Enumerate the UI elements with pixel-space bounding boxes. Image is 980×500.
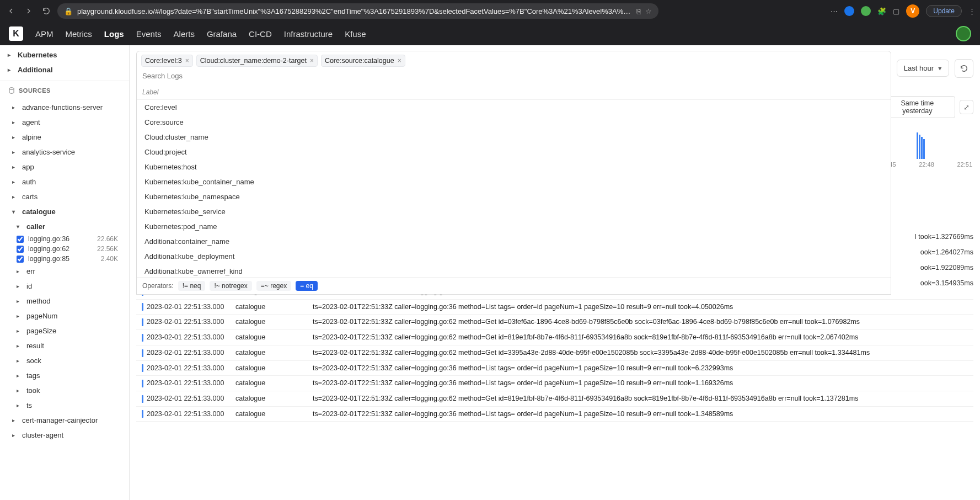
side-group-kubernetes[interactable]: ▸Kubernetes — [0, 47, 129, 62]
filter-chip[interactable]: Core:source:catalogue× — [321, 55, 405, 67]
facet-err[interactable]: ▸err — [0, 264, 129, 279]
table-row[interactable]: 2023-02-01 22:51:33.000cataloguets=2023-… — [136, 360, 973, 376]
operator-chip[interactable]: =~ regex — [256, 281, 291, 291]
table-row[interactable]: 2023-02-01 22:51:33.000cataloguets=2023-… — [136, 406, 973, 422]
label-option[interactable]: Core:level — [137, 100, 891, 115]
source-cluster-agent[interactable]: ▸cluster-agent — [0, 428, 129, 443]
table-row[interactable]: 2023-02-01 22:51:33.000cataloguets=2023-… — [136, 345, 973, 360]
label-option[interactable]: Additional:kube_deployment — [137, 249, 891, 264]
nav-events[interactable]: Events — [136, 29, 162, 39]
table-row[interactable]: 2023-02-01 22:51:33.000cataloguets=2023-… — [136, 299, 973, 315]
chip-remove-icon[interactable]: × — [310, 57, 314, 65]
back-icon[interactable] — [4, 4, 18, 18]
caller-checkbox[interactable] — [17, 236, 24, 243]
install-icon[interactable]: ⎘ — [636, 7, 641, 15]
label-option[interactable]: Kubernetes:kube_service — [137, 204, 891, 219]
source-cert-manager-cainjector[interactable]: ▸cert-manager-cainjector — [0, 413, 129, 428]
facet-sock[interactable]: ▸sock — [0, 353, 129, 368]
facet-method[interactable]: ▸method — [0, 294, 129, 308]
sidebar: ▸Kubernetes▸Additional SOURCES ▸advance-… — [0, 45, 130, 500]
facet-id[interactable]: ▸id — [0, 279, 129, 294]
app-logo[interactable]: K — [9, 26, 23, 41]
source-advance-functions-server[interactable]: ▸advance-functions-server — [0, 100, 129, 115]
source-app[interactable]: ▸app — [0, 159, 129, 174]
log-message-fragment: ook=3.154935ms — [920, 279, 973, 287]
operator-chip[interactable]: != neq — [178, 281, 206, 291]
dropdown-header: Label — [137, 85, 891, 100]
source-carts[interactable]: ▸carts — [0, 189, 129, 204]
source-catalogue[interactable]: ▾catalogue — [0, 204, 129, 219]
nav-kfuse[interactable]: Kfuse — [345, 29, 366, 39]
source-alpine[interactable]: ▸alpine — [0, 130, 129, 145]
facet-pageSize[interactable]: ▸pageSize — [0, 323, 129, 338]
kebab-icon[interactable]: ⋮ — [968, 7, 976, 15]
level-marker — [142, 395, 143, 403]
nav-metrics[interactable]: Metrics — [66, 29, 92, 39]
expand-chart-button[interactable]: ⤢ — [960, 100, 973, 114]
table-row[interactable]: 2023-02-01 22:51:33.000cataloguets=2023-… — [136, 376, 973, 391]
facet-caller[interactable]: ▾caller — [0, 219, 129, 234]
ext-icon-1[interactable] — [844, 6, 854, 16]
level-marker — [142, 410, 143, 418]
nav-alerts[interactable]: Alerts — [174, 29, 195, 39]
facet-tags[interactable]: ▸tags — [0, 368, 129, 383]
filter-chip[interactable]: Cloud:cluster_name:demo-2-target× — [196, 55, 318, 67]
chevron-down-icon: ▾ — [938, 64, 942, 72]
side-group-additional[interactable]: ▸Additional — [0, 62, 129, 77]
label-option[interactable]: Core:source — [137, 115, 891, 130]
search-box[interactable]: Core:level:3×Cloud:cluster_name:demo-2-t… — [136, 51, 891, 86]
level-marker — [142, 364, 143, 372]
update-button[interactable]: Update — [926, 5, 962, 17]
caller-item[interactable]: logging.go:3622.66K — [0, 234, 129, 244]
table-row[interactable]: 2023-02-01 22:51:33.000cataloguets=2023-… — [136, 330, 973, 345]
status-icon[interactable] — [956, 26, 971, 41]
panel-icon[interactable]: ▢ — [893, 7, 899, 15]
facet-ts[interactable]: ▸ts — [0, 398, 129, 413]
label-option[interactable]: Additional:kube_ownerref_kind — [137, 264, 891, 277]
caller-checkbox[interactable] — [17, 246, 24, 253]
label-option[interactable]: Cloud:cluster_name — [137, 130, 891, 145]
operator-chip[interactable]: = eq — [296, 281, 318, 291]
profile-avatar[interactable]: V — [906, 4, 919, 18]
nav-infrastructure[interactable]: Infrastructure — [284, 29, 333, 39]
svg-point-0 — [9, 88, 14, 90]
puzzle-icon[interactable]: 🧩 — [877, 7, 886, 15]
reload-icon[interactable] — [40, 4, 53, 18]
nav-grafana[interactable]: Grafana — [207, 29, 237, 39]
label-option[interactable]: Kubernetes:pod_name — [137, 219, 891, 234]
label-option[interactable]: Additional:container_name — [137, 234, 891, 249]
source-analytics-service[interactable]: ▸analytics-service — [0, 145, 129, 159]
time-range-picker[interactable]: Last hour ▾ — [897, 60, 949, 77]
label-option[interactable]: Kubernetes:host — [137, 159, 891, 174]
operators-label: Operators: — [142, 282, 174, 290]
caller-checkbox[interactable] — [17, 256, 24, 263]
nav-logs[interactable]: Logs — [104, 29, 124, 39]
facet-result[interactable]: ▸result — [0, 338, 129, 353]
table-row[interactable]: 2023-02-01 22:51:33.000cataloguets=2023-… — [136, 391, 973, 406]
chip-remove-icon[interactable]: × — [185, 57, 189, 65]
search-input[interactable] — [141, 70, 886, 82]
facet-pageNum[interactable]: ▸pageNum — [0, 308, 129, 323]
label-option[interactable]: Kubernetes:kube_namespace — [137, 189, 891, 204]
filter-chip[interactable]: Core:level:3× — [141, 55, 193, 67]
star-icon[interactable]: ☆ — [645, 7, 652, 15]
operator-chip[interactable]: !~ notregex — [210, 281, 251, 291]
forward-icon[interactable] — [22, 4, 35, 18]
caller-item[interactable]: logging.go:6222.56K — [0, 244, 129, 254]
caller-item[interactable]: logging.go:852.40K — [0, 254, 129, 264]
label-option[interactable]: Cloud:project — [137, 145, 891, 159]
ext-icon-2[interactable] — [861, 6, 871, 16]
label-option[interactable]: Kubernetes:kube_container_name — [137, 174, 891, 189]
nav-ci-cd[interactable]: CI-CD — [249, 29, 272, 39]
table-row[interactable]: 2023-02-01 22:51:33.000cataloguets=2023-… — [136, 315, 973, 330]
facet-took[interactable]: ▸took — [0, 383, 129, 398]
more-icon[interactable]: ⋯ — [831, 7, 838, 15]
chip-remove-icon[interactable]: × — [398, 57, 401, 65]
url-bar[interactable]: 🔒 playground.kloudfuse.io/#/logs?date=%7… — [57, 3, 658, 19]
source-auth[interactable]: ▸auth — [0, 174, 129, 189]
refresh-icon — [960, 64, 968, 73]
source-agent[interactable]: ▸agent — [0, 115, 129, 130]
nav-apm[interactable]: APM — [35, 29, 53, 39]
refresh-button[interactable] — [955, 59, 973, 78]
level-marker — [142, 318, 143, 326]
